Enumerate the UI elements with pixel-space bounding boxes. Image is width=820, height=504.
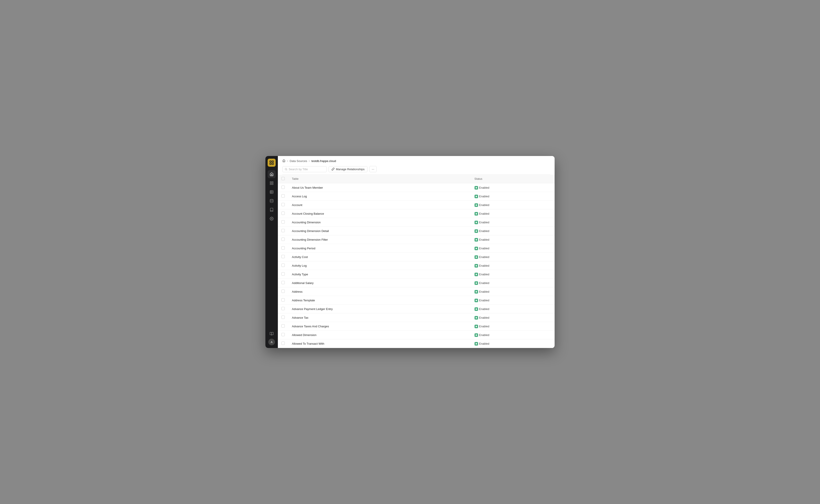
row-table-name: Activity Type (288, 270, 471, 279)
status-enabled-dot (474, 342, 478, 346)
status-enabled-dot (474, 299, 478, 302)
search-icon (285, 168, 288, 171)
row-checkbox-cell (278, 296, 288, 305)
settings-icon[interactable] (268, 215, 276, 223)
table-row: Accounting Dimension Filter Enabled (278, 235, 554, 244)
row-checkbox[interactable] (282, 238, 285, 241)
table-row: Allowed To Transact With Enabled (278, 339, 554, 348)
grid-icon[interactable] (268, 179, 276, 187)
status-label: Enabled (479, 186, 489, 189)
sidebar: A (266, 156, 278, 348)
svg-line-15 (287, 170, 287, 170)
app-logo[interactable] (268, 159, 276, 167)
row-status: Enabled (471, 235, 554, 244)
row-table-name: Advance Taxes And Charges (288, 322, 471, 331)
status-badge: Enabled (474, 342, 489, 346)
row-checkbox[interactable] (282, 307, 285, 310)
status-enabled-dot (474, 281, 478, 285)
status-badge: Enabled (474, 316, 489, 320)
book-icon[interactable] (268, 206, 276, 214)
status-label: Enabled (479, 316, 489, 319)
row-checkbox-cell (278, 192, 288, 201)
row-checkbox[interactable] (282, 220, 285, 224)
status-label: Enabled (479, 195, 489, 198)
main-content: > Data Sources > testdb.frappe.cloud (278, 156, 554, 348)
row-checkbox[interactable] (282, 342, 285, 345)
status-badge: Enabled (474, 229, 489, 233)
table-icon[interactable] (268, 188, 276, 196)
row-checkbox[interactable] (282, 281, 285, 284)
status-enabled-dot (474, 238, 478, 242)
status-badge: Enabled (474, 255, 489, 259)
row-checkbox[interactable] (282, 255, 285, 258)
row-status: Enabled (471, 227, 554, 235)
status-label: Enabled (479, 238, 489, 241)
row-checkbox[interactable] (282, 186, 285, 189)
table-row: Accounting Dimension Detail Enabled (278, 227, 554, 235)
breadcrumb-sep-2: > (309, 160, 310, 163)
status-label: Enabled (479, 290, 489, 293)
table-row: Account Closing Balance Enabled (278, 209, 554, 218)
row-checkbox[interactable] (282, 290, 285, 293)
more-button[interactable]: ··· (369, 166, 377, 172)
status-badge: Enabled (474, 195, 489, 198)
svg-rect-1 (272, 161, 274, 162)
row-checkbox[interactable] (282, 194, 285, 198)
svg-rect-7 (272, 184, 273, 185)
topbar: > Data Sources > testdb.frappe.cloud (278, 156, 554, 175)
row-checkbox[interactable] (282, 229, 285, 232)
search-box[interactable] (282, 166, 327, 172)
row-table-name: Accounting Period (288, 244, 471, 253)
table-row: Address Enabled (278, 287, 554, 296)
select-all-checkbox[interactable] (282, 177, 285, 180)
status-badge: Enabled (474, 203, 489, 207)
row-checkbox[interactable] (282, 316, 285, 319)
status-enabled-dot (474, 203, 478, 207)
breadcrumb-data-sources[interactable]: Data Sources (290, 159, 307, 163)
status-enabled-dot (474, 333, 478, 337)
status-label: Enabled (479, 282, 489, 285)
table-row: Accounting Period Enabled (278, 244, 554, 253)
svg-rect-6 (270, 184, 271, 185)
row-checkbox[interactable] (282, 324, 285, 328)
row-checkbox-cell (278, 261, 288, 270)
row-table-name: Allowed Dimension (288, 331, 471, 339)
breadcrumb-home[interactable] (282, 159, 286, 163)
status-enabled-dot (474, 307, 478, 311)
row-table-name: Activity Log (288, 261, 471, 270)
table-row: Advance Taxes And Charges Enabled (278, 322, 554, 331)
row-status: Enabled (471, 192, 554, 201)
status-badge: Enabled (474, 281, 489, 285)
status-enabled-dot (474, 255, 478, 259)
row-status: Enabled (471, 183, 554, 192)
row-checkbox[interactable] (282, 333, 285, 336)
row-checkbox[interactable] (282, 272, 285, 276)
row-checkbox-cell (278, 270, 288, 279)
row-checkbox[interactable] (282, 212, 285, 215)
table-row: Access Log Enabled (278, 192, 554, 201)
row-table-name: Account Closing Balance (288, 209, 471, 218)
docs-icon[interactable] (268, 330, 276, 338)
search-input[interactable] (289, 168, 324, 171)
row-status: Enabled (471, 339, 554, 348)
row-status: Enabled (471, 270, 554, 279)
status-enabled-dot (474, 316, 478, 320)
table-row: Address Template Enabled (278, 296, 554, 305)
row-checkbox[interactable] (282, 264, 285, 267)
status-enabled-dot (474, 195, 478, 198)
manage-relationships-button[interactable]: Manage Relationships (329, 166, 368, 172)
home-icon[interactable] (268, 170, 276, 178)
avatar[interactable]: A (268, 339, 275, 345)
row-checkbox[interactable] (282, 298, 285, 302)
database-icon[interactable] (268, 197, 276, 205)
table-row: Activity Cost Enabled (278, 253, 554, 261)
row-checkbox-cell (278, 244, 288, 253)
status-enabled-dot (474, 229, 478, 233)
row-status: Enabled (471, 244, 554, 253)
status-enabled-dot (474, 325, 478, 328)
row-checkbox[interactable] (282, 246, 285, 250)
status-label: Enabled (479, 230, 489, 233)
table-row: Allowed Dimension Enabled (278, 331, 554, 339)
row-checkbox[interactable] (282, 203, 285, 206)
row-checkbox-cell (278, 201, 288, 209)
